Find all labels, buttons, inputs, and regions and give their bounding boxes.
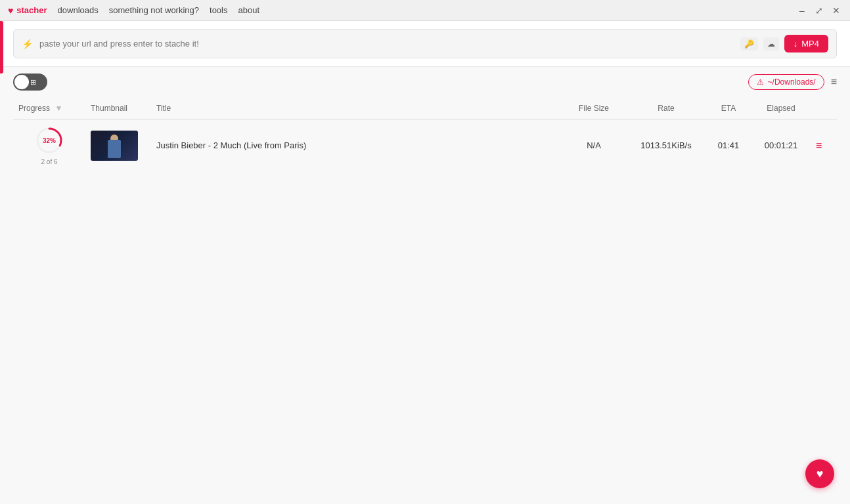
row-title: Justin Bieber - 2 Much (Live from Paris): [151, 120, 561, 171]
settings-icon-button[interactable]: ≡: [831, 76, 837, 88]
url-bar-lightning-icon: ⚡: [22, 39, 33, 49]
downloads-path-button[interactable]: ⚠ ~/Downloads/: [748, 74, 824, 90]
nav-downloads[interactable]: downloads: [58, 5, 99, 15]
filter-icon[interactable]: ▼: [55, 104, 62, 113]
titlebar: ♥ stacher downloads something not workin…: [0, 0, 850, 21]
heart-fab-button[interactable]: ♥: [805, 459, 834, 488]
table-header-row: Progress ▼ Thumbnail Title File Size Rat…: [13, 97, 837, 120]
progress-circle: 32%: [34, 125, 64, 156]
nav-something-not-working[interactable]: something not working?: [109, 5, 199, 15]
table-row: 32% 2 of 6 Justin Bieber - 2 Much (Live …: [13, 120, 837, 171]
thumbnail-figure-body: [108, 140, 121, 158]
warning-icon: ⚠: [757, 77, 764, 87]
col-header-thumbnail: Thumbnail: [85, 97, 151, 120]
url-bar: ⚡ 🔑 ☁ ↓ MP4: [13, 29, 837, 58]
download-format-button[interactable]: ↓ MP4: [784, 35, 828, 52]
toggle-switch[interactable]: ⊞: [13, 74, 47, 91]
downloads-table: Progress ▼ Thumbnail Title File Size Rat…: [13, 97, 837, 171]
progress-percent-label: 32%: [43, 137, 56, 144]
url-bar-actions: 🔑 ☁ ↓ MP4: [740, 35, 828, 52]
row-filesize: N/A: [561, 120, 627, 171]
left-accent-bar: [0, 21, 3, 74]
row-eta: 01:41: [705, 120, 751, 171]
col-header-filesize: File Size: [561, 97, 627, 120]
col-header-rate: Rate: [627, 97, 705, 120]
row-elapsed: 00:01:21: [751, 120, 811, 171]
table-container: Progress ▼ Thumbnail Title File Size Rat…: [0, 97, 850, 504]
col-header-progress: Progress ▼: [13, 97, 85, 120]
download-format-label: MP4: [801, 39, 819, 49]
row-rate: 1013.51KiB/s: [627, 120, 705, 171]
heart-fab-icon: ♥: [816, 467, 824, 481]
downloads-path-label: ~/Downloads/: [768, 77, 816, 87]
titlebar-nav: downloads something not working? tools a…: [58, 5, 259, 15]
row-actions-button[interactable]: ≡: [816, 140, 822, 152]
download-arrow-icon: ↓: [794, 39, 798, 49]
window-controls: – ⤢ ✕: [796, 5, 842, 16]
close-button[interactable]: ✕: [830, 5, 842, 16]
nav-about[interactable]: about: [238, 5, 260, 15]
toolbar-right: ⚠ ~/Downloads/ ≡: [748, 74, 837, 90]
maximize-button[interactable]: ⤢: [813, 5, 825, 16]
col-header-title: Title: [151, 97, 561, 120]
grid-view-icon: ⊞: [30, 78, 36, 87]
brand-heart-icon: ♥: [8, 5, 13, 16]
progress-count-label: 2 of 6: [41, 158, 57, 165]
app-brand: ♥ stacher: [8, 5, 47, 16]
url-bar-container: ⚡ 🔑 ☁ ↓ MP4: [0, 21, 850, 67]
view-toggle[interactable]: ⊞: [13, 74, 47, 91]
main-content: ⚡ 🔑 ☁ ↓ MP4 ⊞ ⚠ ~/Downloads/: [0, 21, 850, 504]
col-header-eta: ETA: [705, 97, 751, 120]
toolbar: ⊞ ⚠ ~/Downloads/ ≡: [0, 67, 850, 97]
thumbnail-image: [91, 131, 138, 161]
url-input[interactable]: [39, 39, 734, 49]
minimize-button[interactable]: –: [796, 5, 808, 16]
col-header-actions: [811, 97, 837, 120]
brand-name: stacher: [16, 5, 47, 15]
cloud-icon-button[interactable]: ☁: [763, 37, 779, 51]
nav-tools[interactable]: tools: [210, 5, 227, 15]
titlebar-left: ♥ stacher downloads something not workin…: [8, 5, 259, 16]
toggle-knob: [14, 75, 29, 89]
progress-cell: 32% 2 of 6: [18, 125, 80, 165]
col-header-elapsed: Elapsed: [751, 97, 811, 120]
key-icon-button[interactable]: 🔑: [740, 37, 758, 51]
